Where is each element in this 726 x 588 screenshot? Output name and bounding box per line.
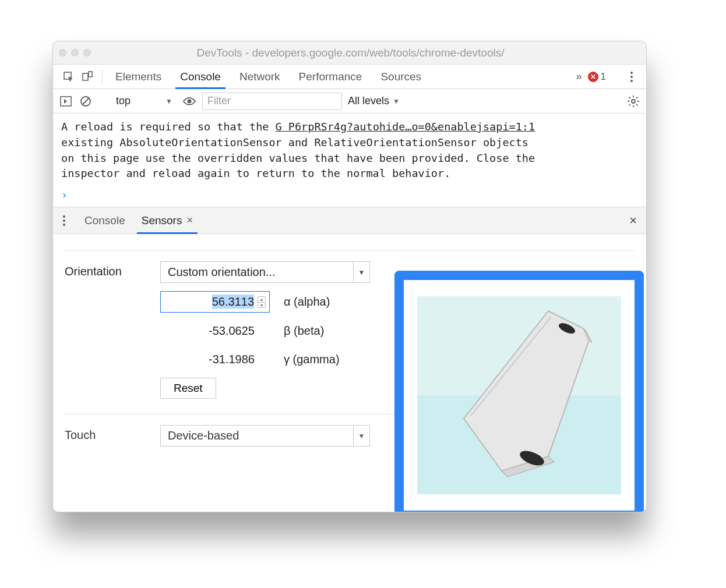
orientation-preset-select[interactable]: Custom orientation... ▼: [160, 261, 370, 283]
tab-performance[interactable]: Performance: [290, 65, 372, 88]
svg-rect-2: [89, 72, 92, 77]
log-levels-select[interactable]: All levels ▼: [348, 95, 400, 107]
svg-line-12: [629, 97, 630, 98]
device-toolbar-icon[interactable]: [80, 69, 95, 84]
devtools-window: DevTools - developers.google.com/web/too…: [52, 41, 647, 512]
orientation-preview[interactable]: [417, 296, 621, 494]
console-message: A reload is required so that the G P6rpR…: [53, 114, 646, 186]
tab-console[interactable]: Console: [171, 65, 230, 88]
window-title: DevTools - developers.google.com/web/too…: [96, 47, 640, 59]
error-badge[interactable]: ✕ 1: [588, 71, 606, 83]
svg-line-5: [82, 98, 89, 105]
divider: [65, 250, 635, 251]
drawer-tabstrip: Console Sensors × ×: [53, 207, 646, 234]
orientation-preset-value: Custom orientation...: [161, 262, 353, 282]
reset-button[interactable]: Reset: [160, 378, 216, 399]
alpha-input[interactable]: 56.3113 ▴▾: [160, 291, 270, 313]
number-stepper-icon[interactable]: ▴▾: [258, 296, 266, 308]
main-menu-icon[interactable]: [625, 70, 638, 83]
inspect-element-icon[interactable]: [61, 69, 76, 84]
alpha-value: 56.3113: [212, 295, 254, 309]
svg-rect-1: [83, 73, 88, 80]
drawer-menu-icon[interactable]: [58, 214, 71, 227]
execution-context-select[interactable]: top ▼: [112, 92, 177, 110]
gamma-label: γ (gamma): [284, 353, 340, 366]
svg-marker-16: [464, 311, 589, 471]
error-count: 1: [601, 71, 606, 83]
beta-input[interactable]: -53.0625: [160, 321, 270, 341]
tab-network[interactable]: Network: [230, 65, 290, 88]
svg-point-7: [632, 100, 635, 103]
orientation-label: Orientation: [65, 261, 146, 278]
console-text: on this page use the overridden values t…: [61, 152, 535, 164]
svg-line-14: [629, 104, 630, 105]
main-tabstrip: Elements Console Network Performance Sou…: [53, 65, 646, 89]
traffic-lights: [59, 49, 91, 56]
console-settings-icon[interactable]: [626, 94, 640, 108]
dropdown-triangle-icon: ▼: [393, 97, 400, 105]
log-levels-label: All levels: [348, 95, 389, 107]
drawer-tab-console[interactable]: Console: [76, 207, 133, 233]
more-tabs-icon[interactable]: »: [576, 70, 582, 83]
gamma-input[interactable]: -31.1986: [160, 349, 270, 370]
svg-point-6: [187, 99, 191, 103]
filter-input-wrapper: [202, 93, 342, 110]
console-text: inspector and reload again to return to …: [61, 167, 450, 179]
beta-value: -53.0625: [209, 324, 255, 337]
toggle-sidebar-icon[interactable]: [59, 94, 73, 108]
close-drawer-icon[interactable]: ×: [625, 213, 642, 228]
touch-label: Touch: [65, 425, 146, 442]
minimize-window-dot[interactable]: [71, 49, 79, 56]
zoom-window-dot[interactable]: [83, 49, 91, 56]
gamma-value: -31.1986: [209, 353, 255, 366]
error-icon: ✕: [588, 72, 598, 82]
close-tab-icon[interactable]: ×: [186, 214, 193, 226]
alpha-label: α (alpha): [284, 295, 330, 309]
svg-line-13: [636, 104, 637, 105]
orientation-preview-highlight: [394, 271, 644, 512]
tab-elements[interactable]: Elements: [106, 65, 171, 88]
svg-line-15: [636, 97, 637, 98]
dropdown-triangle-icon: ▼: [353, 426, 369, 446]
close-window-dot[interactable]: [59, 49, 66, 56]
main-tabs: Elements Console Network Performance Sou…: [106, 65, 431, 88]
touch-preset-select[interactable]: Device-based ▼: [160, 425, 370, 447]
device-3d-icon: [417, 296, 621, 494]
dropdown-triangle-icon: ▼: [353, 262, 369, 282]
drawer-tab-label: Sensors: [142, 214, 182, 227]
tab-sources[interactable]: Sources: [371, 65, 431, 88]
console-text: existing AbsoluteOrientationSensor and R…: [61, 136, 528, 148]
beta-label: β (beta): [284, 324, 324, 338]
touch-preset-value: Device-based: [161, 426, 353, 446]
drawer-tab-label: Console: [84, 214, 125, 227]
clear-console-icon[interactable]: [79, 94, 93, 108]
execution-context-value: top: [116, 95, 131, 107]
console-toolbar: top ▼ All levels ▼: [53, 89, 646, 114]
dropdown-triangle-icon: ▼: [165, 97, 172, 105]
drawer-tab-sensors[interactable]: Sensors ×: [133, 207, 201, 233]
live-expression-icon[interactable]: [182, 94, 196, 108]
titlebar: DevTools - developers.google.com/web/too…: [53, 41, 646, 65]
console-source-link[interactable]: G P6rpRSr4g?autohide…o=0&enablejsapi=1:1: [276, 121, 535, 133]
filter-input[interactable]: [202, 93, 342, 110]
console-text: A reload is required so that the: [61, 121, 276, 133]
console-prompt[interactable]: ›: [53, 186, 646, 207]
